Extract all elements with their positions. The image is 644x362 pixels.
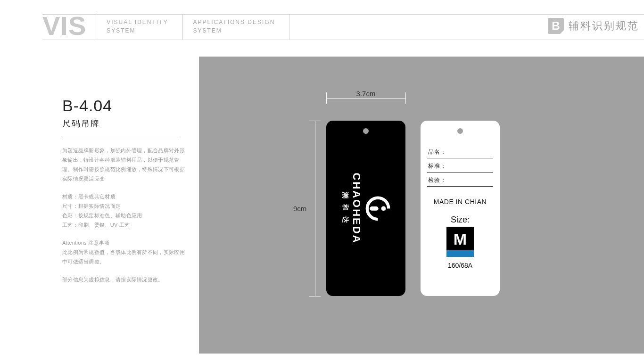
header-sub1-line2: SYSTEM [107, 26, 168, 35]
spec-process: 工艺：印刷、烫银、UV 工艺 [62, 220, 185, 230]
made-in-label: MADE IN CHIAN [427, 198, 493, 206]
page-code: B-4.04 [62, 97, 185, 115]
dimension-width-line [326, 98, 405, 99]
header-sub1-line1: VISUAL IDENTITY [107, 18, 168, 26]
dimension-width: 3.7cm [326, 90, 405, 100]
info-column: B-4.04 尺码吊牌 为塑造品牌新形象，加强内外管理，配合品牌对外形象输出，特… [62, 97, 185, 284]
spec-material: 材质：黑卡或其它材质 [62, 192, 185, 201]
dimension-tick [309, 121, 321, 121]
svg-point-1 [381, 206, 386, 211]
dimension-tick [405, 92, 406, 104]
dimension-width-label: 3.7cm [326, 90, 405, 98]
divider [62, 136, 180, 136]
hangtag-back: 品名： 标准： 检验： MADE IN CHIAN Size: M 160/68… [421, 121, 500, 296]
field-inspection: 检验： [427, 173, 493, 187]
section-title: 辅料识别规范 [569, 19, 644, 33]
dimension-height-label: 9cm [293, 205, 306, 213]
preview-stage: 3.7cm 9cm CHAOHEDA 潮 和 达 品名： 标准： 检验： MAD… [199, 57, 644, 354]
header-sub2: APPLICATIONS DESIGN SYSTEM [183, 14, 290, 40]
field-standard: 标准： [427, 158, 493, 173]
spec-size: 尺寸：根据实际情况而定 [62, 201, 185, 211]
spec-list: 材质：黑卡或其它材质 尺寸：根据实际情况而定 色彩：按规定标准色、辅助色应用 工… [62, 192, 185, 230]
attentions-heading: Attentions 注意事项 [62, 238, 185, 247]
size-heading: Size: [427, 215, 493, 225]
svg-rect-2 [370, 206, 379, 211]
page-title: 尺码吊牌 [62, 118, 185, 129]
size-box: M [446, 227, 474, 257]
attentions-body: 此比例为常规数值，各载体比例有所不同，实际应用中可做适当调整。 [62, 247, 185, 266]
section-badge-letter: B [552, 19, 560, 33]
brand-name-en: CHAOHEDA [350, 173, 363, 244]
size-code: 160/68A [427, 262, 493, 269]
brand-name-cn: 潮 和 达 [341, 192, 349, 225]
dimension-height-line [315, 121, 315, 296]
section-badge: B [548, 18, 564, 34]
badge-corner-icon [560, 30, 564, 34]
footnote: 部分信息为虚拟信息，请按实际情况更改。 [62, 275, 185, 284]
brand-logo: CHAOHEDA 潮 和 达 [341, 173, 391, 244]
header-rule [42, 40, 644, 40]
hangtag-hole-icon [363, 128, 369, 134]
hangtag-hole-icon [457, 128, 463, 134]
size-letter: M [446, 230, 474, 248]
vis-logo: VIS [42, 13, 96, 40]
hangtag-front: CHAOHEDA 潮 和 达 [326, 121, 405, 296]
brand-logo-icon [365, 196, 391, 221]
field-product-name: 品名： [427, 144, 493, 158]
spec-color: 色彩：按规定标准色、辅助色应用 [62, 211, 185, 220]
header-sub1: VISUAL IDENTITY SYSTEM [96, 14, 182, 40]
description-text: 为塑造品牌新形象，加强内外管理，配合品牌对外形象输出，特设计各种服装辅料用品，以… [62, 146, 185, 183]
dimension-tick [309, 296, 321, 296]
dimension-tick [326, 92, 327, 104]
header-sub2-line1: APPLICATIONS DESIGN [193, 18, 275, 26]
header-sub2-line2: SYSTEM [193, 26, 275, 35]
size-color-bar [446, 250, 474, 257]
